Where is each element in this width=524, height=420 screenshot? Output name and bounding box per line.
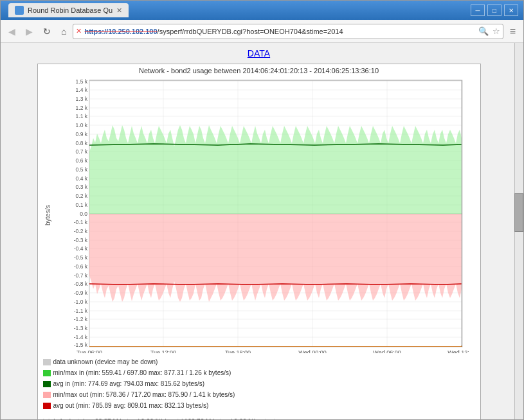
svg-text:1.0 k: 1.0 k (75, 122, 87, 128)
svg-text:0.3 k: 0.3 k (75, 184, 87, 190)
url-path: /sysperf/rrdbQUERYDB.cgi?host=ONEOH704&s… (158, 28, 343, 35)
svg-text:0.7 k: 0.7 k (75, 148, 87, 155)
legend-text-avg-in: avg in (min: 774.69 avg: 794.03 max: 815… (53, 379, 205, 389)
svg-text:-1.2 k: -1.2 k (73, 316, 87, 322)
data-link[interactable]: DATA (248, 48, 270, 58)
legend-color-unknown (43, 359, 51, 365)
minimize-button[interactable]: ─ (471, 4, 485, 16)
legend-item-minmax-out: min/max out (min: 578.36 / 717.20 max: 8… (43, 390, 475, 400)
close-button[interactable]: ✕ (504, 4, 518, 16)
url-domain: https://10.250.102.100 (84, 28, 157, 35)
svg-text:-0.9 k: -0.9 k (73, 290, 87, 296)
search-icon[interactable]: 🔍 (478, 26, 489, 36)
legend-color-avg-in (43, 381, 51, 387)
legend-text-minmax-out: min/max out (min: 578.36 / 717.20 max: 8… (53, 390, 235, 400)
svg-text:0.4 k: 0.4 k (75, 175, 87, 182)
menu-button[interactable]: ≡ (506, 24, 519, 39)
url-display: https://10.250.102.100/sysperf/rrdbQUERY… (84, 28, 473, 35)
maximize-button[interactable]: □ (487, 4, 501, 16)
svg-text:-1.0 k: -1.0 k (73, 299, 87, 305)
content-inner: DATA Network - bond2 usage between 2014:… (1, 43, 523, 419)
chart-title: Network - bond2 usage between 2014:06:24… (38, 64, 480, 77)
back-button[interactable]: ◀ (5, 24, 19, 39)
svg-text:-1.4 k: -1.4 k (73, 334, 87, 340)
address-bar[interactable]: ✕ https://10.250.102.100/sysperf/rrdbQUE… (73, 24, 503, 39)
y-axis-label: bytes/s (38, 77, 57, 353)
svg-text:1.1 k: 1.1 k (75, 113, 87, 119)
svg-text:1.2 k: 1.2 k (75, 105, 87, 111)
svg-text:-0.2 k: -0.2 k (73, 228, 87, 234)
svg-text:0.5 k: 0.5 k (75, 166, 87, 173)
legend-color-minmax-in (43, 370, 51, 376)
svg-text:-0.5 k: -0.5 k (73, 254, 87, 261)
svg-text:0.2 k: 0.2 k (75, 193, 87, 199)
chart-legend: data unknown (device may be down) min/ma… (38, 353, 480, 416)
legend-text-avg-out: avg out (min: 785.89 avg: 809.01 max: 83… (53, 401, 209, 411)
title-bar: Round Robin Database Qu ✕ ─ □ ✕ (1, 1, 523, 20)
svg-text:1.4 k: 1.4 k (75, 87, 87, 93)
svg-text:0.0: 0.0 (80, 211, 87, 217)
chart-container: Network - bond2 usage between 2014:06:24… (37, 64, 481, 419)
svg-text:Wed 00:00: Wed 00:00 (298, 349, 326, 353)
forward-button[interactable]: ▶ (22, 24, 37, 39)
legend-text-unknown: data unknown (device may be down) (53, 357, 158, 367)
svg-text:-0.8 k: -0.8 k (73, 281, 87, 287)
legend-text-minmax-in: min/max in (min: 559.41 / 697.80 max: 87… (53, 368, 231, 378)
svg-text:-1.5 k: -1.5 k (73, 342, 87, 348)
tab-favicon (15, 6, 24, 15)
scrollbar[interactable] (514, 43, 523, 419)
legend-color-avg-out (43, 403, 51, 409)
svg-text:-0.7 k: -0.7 k (73, 272, 87, 279)
svg-text:-0.4 k: -0.4 k (73, 245, 87, 252)
svg-text:0.9 k: 0.9 k (75, 131, 87, 137)
home-button[interactable]: ⌂ (57, 24, 70, 39)
svg-text:-0.1 k: -0.1 k (73, 219, 87, 225)
svg-text:Wed 06:00: Wed 06:00 (373, 349, 401, 353)
legend-color-minmax-out (43, 392, 51, 398)
page-content: DATA Network - bond2 usage between 2014:… (1, 43, 523, 419)
tab-close-icon[interactable]: ✕ (116, 6, 122, 15)
browser-window: Round Robin Database Qu ✕ ─ □ ✕ ◀ ▶ ↻ ⌂ … (0, 0, 524, 420)
chart-svg: 1.5 k 1.4 k 1.3 k 1.2 k 1.1 k 1.0 k 0.9 … (57, 77, 469, 353)
svg-text:-1.3 k: -1.3 k (73, 325, 87, 331)
tab-title: Round Robin Database Qu (28, 6, 113, 14)
window-controls: ─ □ ✕ (471, 4, 518, 16)
security-icon: ✕ (76, 27, 82, 35)
svg-text:0.1 k: 0.1 k (75, 202, 87, 208)
footer-line-1: totals for last day: 98.87 M bytes ( 0.0… (43, 418, 475, 419)
reload-button[interactable]: ↻ (39, 24, 55, 39)
scrollbar-thumb[interactable] (514, 193, 523, 232)
chart-wrapper: bytes/s (38, 77, 480, 353)
browser-tab[interactable]: Round Robin Database Qu ✕ (8, 3, 129, 17)
navigation-bar: ◀ ▶ ↻ ⌂ ✕ https://10.250.102.100/sysperf… (1, 20, 523, 43)
svg-text:-0.3 k: -0.3 k (73, 237, 87, 243)
svg-text:0.6 k: 0.6 k (75, 157, 87, 164)
bookmark-icon[interactable]: ☆ (492, 26, 500, 36)
svg-text:0.8 k: 0.8 k (75, 140, 87, 146)
svg-text:Tue 12:00: Tue 12:00 (150, 349, 176, 353)
legend-item-avg-in: avg in (min: 774.69 avg: 794.03 max: 815… (43, 379, 475, 389)
legend-item-unknown: data unknown (device may be down) (43, 357, 475, 367)
legend-item-avg-out: avg out (min: 785.89 avg: 809.01 max: 83… (43, 401, 475, 411)
legend-item-minmax-in: min/max in (min: 559.41 / 697.80 max: 87… (43, 368, 475, 378)
svg-text:-0.6 k: -0.6 k (73, 263, 87, 270)
svg-text:-1.1 k: -1.1 k (73, 308, 87, 314)
svg-text:Tue 06:00: Tue 06:00 (76, 349, 102, 353)
svg-text:Tue 18:00: Tue 18:00 (224, 349, 250, 353)
chart-footer: totals for last day: 98.87 M bytes ( 0.0… (38, 416, 480, 419)
svg-text:Wed 12:00: Wed 12:00 (447, 349, 469, 353)
svg-text:1.3 k: 1.3 k (75, 96, 87, 102)
svg-text:1.5 k: 1.5 k (75, 78, 87, 85)
